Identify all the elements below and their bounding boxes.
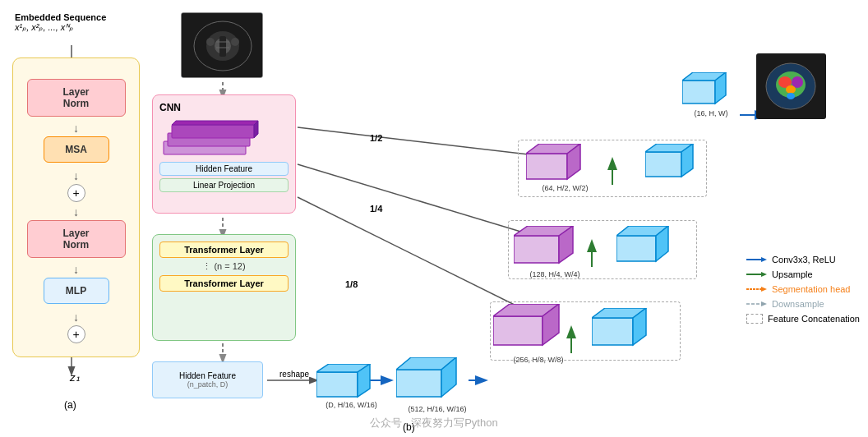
legend-seg-head-arrow [746,285,767,293]
svg-marker-46 [396,370,441,397]
svg-point-76 [787,93,795,99]
hidden-feature-label: Hidden Feature [159,162,289,176]
svg-marker-85 [761,301,767,306]
linear-projection-label: Linear Projection [159,178,289,192]
part-a: Embedded Sequence x¹ₚ, x²ₚ, ..., xᴺₚ Lay… [8,12,144,415]
arrow-3: ↓ [21,205,131,218]
scale-1-2-label: 1/2 [370,133,382,143]
box-512: (512, H/16, W/16) [396,357,478,413]
legend-feat-concat-label: Feature Concatenation [768,314,860,324]
svg-marker-83 [761,287,767,292]
part-a-label: (a) [64,399,76,411]
reshape-label: reshape [279,370,309,379]
layer-norm-2-box: Layer Norm [27,220,126,258]
svg-line-21 [298,197,542,319]
legend-conv-label: Conv3x3, ReLU [772,255,836,264]
decoder-dashed-2 [508,220,697,279]
legend-feat-concat-box [746,314,763,324]
arrow-2: ↓ [21,169,131,182]
svg-rect-35 [219,36,226,57]
transformer-layer-bottom: Transformer Layer [159,275,289,292]
svg-point-75 [786,85,796,94]
svg-marker-41 [172,121,258,125]
svg-marker-67 [682,80,715,104]
layer-norm-1-box: Layer Norm [27,79,126,117]
legend-conv: Conv3x3, ReLU [746,255,860,264]
svg-line-20 [298,164,542,238]
diagram-container: Embedded Sequence x¹ₚ, x²ₚ, ..., xᴺₚ Lay… [0,0,868,437]
mlp-box: MLP [44,278,109,304]
legend-upsample-label: Upsample [772,269,813,279]
legend-feat-concat: Feature Concatenation [746,314,860,324]
legend-upsample-arrow [746,270,767,278]
msa-box: MSA [44,136,109,163]
plus-circle-1: + [67,184,85,202]
svg-marker-43 [316,372,358,397]
reshape-box-3d: (D, H/16, W/16) [316,364,386,409]
scale-1-8-label: 1/8 [345,279,358,289]
cnn-block: CNN Hidden Feature Linear Projection [152,94,296,214]
arrow-4: ↓ [21,263,131,276]
cnn-label: CNN [159,102,289,113]
z1-label: z₁ [70,371,80,384]
svg-marker-79 [761,257,767,262]
legend-downsample-label: Downsample [772,299,824,309]
legend-seg-head: Segmentation head [746,284,860,294]
legend-downsample: Downsample [746,299,860,309]
legend-conv-arrow [746,255,767,264]
embedded-sequence-label: Embedded Sequence x¹ₚ, x²ₚ, ..., xᴺₚ [15,12,106,33]
cnn-layers-svg [159,117,287,158]
scale-1-4-label: 1/4 [370,204,382,214]
svg-marker-81 [761,272,767,277]
segmentation-output [756,53,826,119]
transformer-layer-top: Transformer Layer [159,242,289,258]
svg-point-33 [206,38,215,46]
legend-downsample-arrow [746,300,767,308]
mri-image [181,12,263,78]
svg-line-19 [298,127,542,156]
svg-rect-40 [172,125,254,138]
decoder-dashed-3 [490,301,681,361]
n12-label: ⋮ (n = 12) [159,261,289,272]
legend: Conv3x3, ReLU Upsample Segmentation head… [746,255,860,329]
transformer-outer-block: Layer Norm ↓ MSA ↓ + ↓ Layer Norm ↓ MLP … [12,58,140,357]
transformer-layers-block: Transformer Layer ⋮ (n = 12) Transformer… [152,234,296,341]
decoder-dashed-1 [518,140,707,197]
svg-point-34 [231,38,239,46]
hidden-feature-bottom: Hidden Feature (n_patch, D) [152,361,263,398]
arrow-5: ↓ [21,310,131,324]
legend-seg-head-label: Segmentation head [772,284,850,294]
arrow-1: ↓ [21,122,131,135]
mri-svg [182,13,263,78]
legend-upsample: Upsample [746,269,860,279]
plus-circle-2: + [67,325,85,343]
watermark: 公众号 · 深夜努力写Python [370,416,497,430]
box-16-blue: (16, H, W) [682,72,740,117]
